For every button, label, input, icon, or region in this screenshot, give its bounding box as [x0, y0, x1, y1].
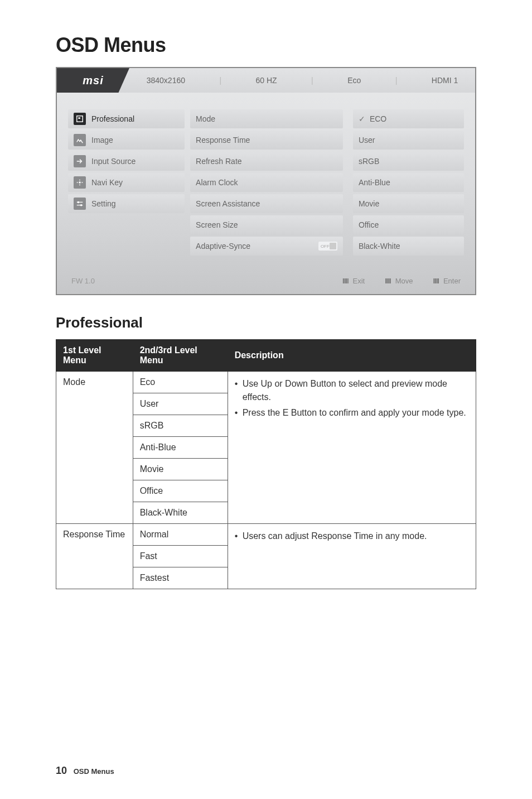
cell-level2: Black-White: [133, 502, 228, 524]
menu-navi-key[interactable]: Navi Key: [68, 173, 185, 192]
table-header-row: 1st Level Menu 2nd/3rd Level Menu Descri…: [56, 340, 476, 372]
page: OSD Menus msi 3840x2160 | 60 HZ | Eco | …: [0, 0, 532, 799]
option-label: Movie: [359, 199, 379, 208]
hint-label: Enter: [443, 277, 461, 285]
check-icon: ✓: [359, 114, 365, 123]
svg-point-1: [79, 181, 81, 184]
submenu-label: Mode: [196, 114, 215, 123]
cell-level2: Fast: [133, 546, 228, 567]
submenu-label: Alarm Clock: [196, 178, 238, 187]
cell-level1: Mode: [56, 372, 133, 524]
submenu-adaptive-sync[interactable]: Adaptive-Synce OFF: [190, 237, 343, 256]
th-level2: 2nd/3rd Level Menu: [133, 340, 228, 372]
submenu-refresh-rate[interactable]: Refresh Rate: [190, 152, 343, 171]
submenu-mode[interactable]: Mode: [190, 109, 343, 128]
submenu-label: Adaptive-Synce: [196, 242, 250, 251]
menu-label: Input Source: [91, 157, 136, 166]
menu-reference-table: 1st Level Menu 2nd/3rd Level Menu Descri…: [56, 339, 476, 589]
osd-screenshot: msi 3840x2160 | 60 HZ | Eco | HDMI 1 Pro…: [56, 67, 476, 295]
cell-level2: sRGB: [133, 415, 228, 437]
cell-level2: Eco: [133, 372, 228, 393]
desc-line: Use Up or Down Button to select and prev…: [235, 377, 469, 404]
menu-image[interactable]: Image: [68, 131, 185, 150]
menu-label: Setting: [91, 199, 116, 208]
option-label: Black-White: [359, 242, 400, 251]
submenu-screen-size[interactable]: Screen Size: [190, 215, 343, 234]
svg-point-3: [80, 204, 83, 206]
option-label: ECO: [370, 114, 386, 123]
option-eco[interactable]: ✓ECO: [353, 109, 464, 128]
desc-line: Users can adjust Response Time in any mo…: [235, 530, 469, 543]
desc-line: Press the E Button to confirm and apply …: [235, 406, 469, 420]
table-row: Response Time Normal Users can adjust Re…: [56, 524, 476, 546]
option-label: sRGB: [359, 157, 379, 166]
page-footer: 10 OSD Menus: [56, 765, 114, 777]
menu-setting[interactable]: Setting: [68, 194, 185, 213]
cell-desc: Users can adjust Response Time in any mo…: [228, 524, 476, 589]
navi-key-icon: [74, 176, 86, 189]
cell-level2: Office: [133, 480, 228, 502]
svg-point-2: [78, 201, 80, 204]
cell-level2: Normal: [133, 524, 228, 546]
separator: |: [219, 76, 221, 85]
menu-label: Professional: [91, 114, 134, 123]
osd-top-bar: msi 3840x2160 | 60 HZ | Eco | HDMI 1: [57, 68, 475, 93]
menu-label: Navi Key: [91, 178, 123, 187]
submenu-label: Screen Assistance: [196, 199, 260, 208]
separator: |: [395, 76, 398, 85]
footer-title: OSD Menus: [74, 767, 114, 776]
separator: |: [311, 76, 313, 85]
bars-icon: IIII: [342, 277, 348, 285]
menu-input-source[interactable]: Input Source: [68, 152, 185, 171]
toggle-off[interactable]: OFF: [318, 242, 337, 251]
menu-professional[interactable]: Professional: [68, 109, 185, 128]
input-source-icon: [74, 155, 86, 167]
option-srgb[interactable]: sRGB: [353, 152, 464, 171]
osd-status-bar: 3840x2160 | 60 HZ | Eco | HDMI 1: [129, 76, 475, 85]
bars-icon: IIII: [433, 277, 438, 285]
cell-desc: Use Up or Down Button to select and prev…: [228, 372, 476, 524]
status-mode: Eco: [347, 76, 361, 85]
osd-body: Professional Image Input Source: [57, 93, 475, 271]
cell-level2: Fastest: [133, 567, 228, 589]
option-label: Anti-Blue: [359, 178, 390, 187]
cell-level1: Response Time: [56, 524, 133, 589]
cell-level2: User: [133, 393, 228, 415]
hint-move: IIII Move: [385, 277, 413, 285]
hint-exit: IIII Exit: [342, 277, 365, 285]
th-level1: 1st Level Menu: [56, 340, 133, 372]
submenu-response-time[interactable]: Response Time: [190, 131, 343, 150]
submenu-label: Screen Size: [196, 220, 238, 229]
bars-icon: IIII: [385, 277, 390, 285]
option-black-white[interactable]: Black-White: [353, 237, 464, 256]
professional-icon: [74, 113, 86, 125]
brand-logo: msi: [57, 68, 129, 93]
osd-main-menu: Professional Image Input Source: [68, 109, 185, 256]
image-icon: [74, 134, 86, 146]
hint-label: Exit: [353, 277, 365, 285]
setting-icon: [74, 198, 86, 210]
submenu-label: Refresh Rate: [196, 157, 241, 166]
status-input: HDMI 1: [432, 76, 458, 85]
menu-label: Image: [91, 136, 113, 145]
cell-level2: Movie: [133, 459, 228, 480]
page-number: 10: [56, 765, 67, 776]
osd-submenu: Mode Response Time Refresh Rate Alarm Cl…: [190, 109, 343, 256]
status-refresh: 60 HZ: [256, 76, 277, 85]
hint-label: Move: [395, 277, 413, 285]
osd-options: ✓ECO User sRGB Anti-Blue Movie Office Bl…: [353, 109, 464, 256]
option-movie[interactable]: Movie: [353, 194, 464, 213]
submenu-alarm-clock[interactable]: Alarm Clock: [190, 173, 343, 192]
option-office[interactable]: Office: [353, 215, 464, 234]
option-label: User: [359, 136, 375, 145]
option-anti-blue[interactable]: Anti-Blue: [353, 173, 464, 192]
option-user[interactable]: User: [353, 131, 464, 150]
table-row: Mode Eco Use Up or Down Button to select…: [56, 372, 476, 393]
cell-level2: Anti-Blue: [133, 437, 228, 459]
submenu-label: Response Time: [196, 136, 250, 145]
osd-bottom-bar: FW 1.0 IIII Exit IIII Move IIII Enter: [57, 271, 475, 287]
submenu-screen-assistance[interactable]: Screen Assistance: [190, 194, 343, 213]
status-resolution: 3840x2160: [147, 76, 185, 85]
th-desc: Description: [228, 340, 476, 372]
firmware-version: FW 1.0: [71, 277, 95, 285]
